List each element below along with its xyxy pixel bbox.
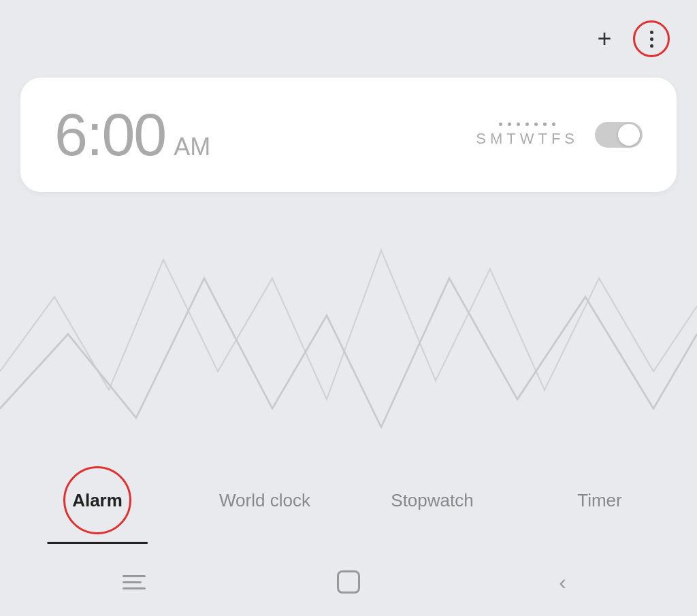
home-icon	[337, 570, 360, 594]
tab-stopwatch[interactable]: Stopwatch	[348, 483, 516, 518]
days-dots	[499, 123, 555, 126]
recents-button[interactable]	[120, 568, 148, 596]
app-container: + 6:00 AM	[0, 0, 697, 616]
alarm-tab-circle: Alarm	[63, 466, 131, 534]
alarm-tab-label: Alarm	[72, 490, 123, 511]
day-dot-m	[508, 123, 511, 126]
time-value: 6:00	[54, 105, 165, 165]
stopwatch-tab-label: Stopwatch	[391, 490, 473, 511]
days-letters: SMTWTFS	[476, 130, 579, 148]
toggle-knob	[618, 124, 640, 146]
timer-tab-label: Timer	[577, 490, 621, 511]
top-bar: +	[0, 0, 697, 71]
day-dot-s	[499, 123, 502, 126]
alarm-right-section: SMTWTFS	[476, 122, 643, 148]
more-dots-icon	[650, 31, 653, 48]
alarm-toggle[interactable]	[595, 122, 643, 148]
day-dot-w	[525, 123, 529, 126]
alarm-time-display: 6:00 AM	[54, 105, 210, 165]
home-button[interactable]	[335, 568, 362, 596]
system-nav: ‹	[0, 555, 697, 616]
more-options-button[interactable]	[633, 20, 670, 57]
am-pm-label: AM	[174, 133, 210, 161]
add-button[interactable]: +	[589, 24, 619, 54]
day-dot-t2	[534, 123, 538, 126]
tab-world-clock[interactable]: World clock	[181, 483, 348, 518]
alarm-card: 6:00 AM SMTWTFS	[20, 78, 677, 192]
wave-area	[0, 185, 697, 446]
back-icon: ‹	[559, 570, 566, 595]
add-icon: +	[597, 27, 611, 51]
day-dot-t	[517, 123, 520, 126]
tab-timer[interactable]: Timer	[516, 483, 683, 518]
days-display: SMTWTFS	[476, 123, 579, 148]
recents-icon	[123, 575, 146, 589]
tab-alarm[interactable]: Alarm	[14, 459, 181, 541]
day-dot-s2	[552, 123, 555, 126]
back-button[interactable]: ‹	[549, 568, 577, 596]
day-dot-f	[543, 123, 547, 126]
world-clock-tab-label: World clock	[219, 490, 310, 511]
tab-bar: Alarm World clock Stopwatch Timer	[0, 446, 697, 548]
